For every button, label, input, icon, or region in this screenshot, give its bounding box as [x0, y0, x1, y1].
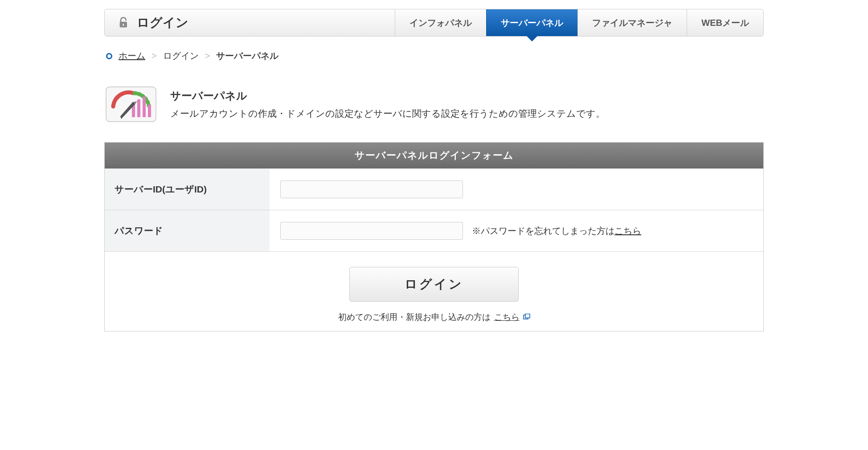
password-input[interactable]: [280, 222, 463, 240]
signup-prefix: 初めてのご利用・新規お申し込みの方は: [338, 311, 491, 323]
svg-rect-1: [123, 24, 124, 26]
external-link-icon: [523, 312, 530, 322]
intro-description: メールアカウントの作成・ドメインの設定などサーバに関する設定を行うための管理シス…: [170, 107, 605, 120]
breadcrumb: ホーム > ログイン > サーバーパネル: [106, 50, 764, 62]
login-form-header: サーバーパネルログインフォーム: [105, 143, 763, 168]
password-label: パスワード: [105, 210, 270, 251]
svg-rect-10: [525, 314, 530, 318]
header-bar: ログイン インフォパネル サーバーパネル ファイルマネージャ WEBメール: [104, 9, 764, 37]
intro-heading: サーバーパネル: [170, 89, 605, 103]
tab-file-manager[interactable]: ファイルマネージャ: [577, 9, 687, 36]
breadcrumb-bullet-icon: [106, 53, 112, 59]
tab-info-panel[interactable]: インフォパネル: [395, 9, 486, 36]
svg-rect-5: [143, 97, 146, 117]
page-title-text: ログイン: [137, 14, 188, 31]
intro-text: サーバーパネル メールアカウントの作成・ドメインの設定などサーバに関する設定を行…: [170, 89, 605, 120]
breadcrumb-current: サーバーパネル: [216, 50, 278, 62]
tab-server-panel[interactable]: サーバーパネル: [486, 9, 577, 36]
submit-row: ログイン 初めてのご利用・新規お申し込みの方はこちら: [105, 251, 763, 331]
lock-open-icon: [117, 16, 131, 29]
server-id-row: サーバーID(ユーザID): [105, 168, 763, 210]
page-title: ログイン: [105, 9, 395, 36]
dashboard-gauge-icon: [104, 84, 158, 124]
login-form-panel: サーバーパネルログインフォーム サーバーID(ユーザID) パスワード ※パスワ…: [104, 142, 764, 331]
server-id-label: サーバーID(ユーザID): [105, 169, 270, 210]
password-row: パスワード ※パスワードを忘れてしまった方はこちら: [105, 210, 763, 251]
signup-link[interactable]: こちら: [494, 311, 520, 323]
forgot-password-link[interactable]: こちら: [614, 226, 641, 236]
intro: サーバーパネル メールアカウントの作成・ドメインの設定などサーバに関する設定を行…: [104, 84, 764, 124]
signup-note: 初めてのご利用・新規お申し込みの方はこちら: [338, 311, 530, 323]
svg-rect-6: [148, 105, 151, 117]
tab-web-mail[interactable]: WEBメール: [687, 9, 763, 36]
breadcrumb-login: ログイン: [163, 50, 199, 62]
server-id-input[interactable]: [280, 180, 463, 198]
password-field-cell: ※パスワードを忘れてしまった方はこちら: [270, 210, 763, 251]
login-button[interactable]: ログイン: [349, 267, 519, 302]
svg-rect-4: [137, 99, 140, 117]
forgot-password-prefix: ※パスワードを忘れてしまった方は: [472, 226, 614, 236]
breadcrumb-sep-icon: >: [151, 51, 157, 61]
breadcrumb-home-link[interactable]: ホーム: [119, 50, 145, 62]
tabs: インフォパネル サーバーパネル ファイルマネージャ WEBメール: [395, 9, 763, 36]
forgot-password-note: ※パスワードを忘れてしまった方はこちら: [472, 225, 641, 237]
server-id-field-cell: [270, 169, 763, 210]
breadcrumb-sep-icon: >: [205, 51, 210, 61]
